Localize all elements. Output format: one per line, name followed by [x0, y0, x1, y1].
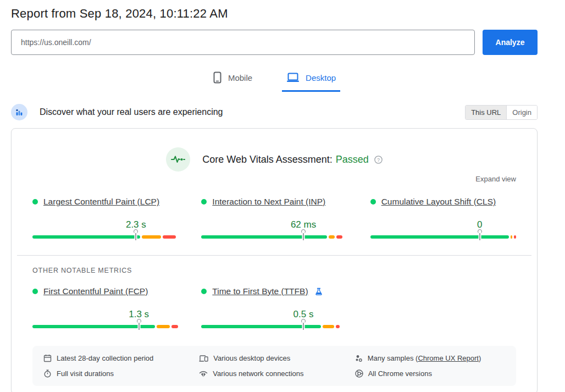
metric-value: 62 ms: [291, 219, 316, 230]
footer-item: Full visit durations: [43, 369, 193, 378]
metric-header: Interaction to Next Paint (INP): [201, 197, 347, 207]
metric-header: Cumulative Layout Shift (CLS): [370, 197, 516, 207]
metric-status-dot: [370, 199, 376, 205]
distribution-segment-poor: [336, 325, 340, 328]
footer-item-text: Full visit durations: [57, 369, 114, 378]
samples-icon: [355, 355, 363, 362]
field-data-card: Core Web Vitals Assessment: Passed ? Exp…: [11, 128, 538, 392]
pagespeed-report-page: Report from Sep 18, 2024, 10:11:22 AM An…: [0, 0, 565, 392]
distribution-segment-poor: [336, 235, 342, 239]
svg-text:?: ?: [377, 157, 380, 162]
p75-marker: [301, 229, 306, 241]
metric-link[interactable]: Interaction to Next Paint (INP): [212, 197, 325, 207]
p75-marker: [301, 319, 306, 331]
cwv-result-badge: Passed: [336, 154, 369, 165]
tab-desktop[interactable]: Desktop: [282, 69, 340, 92]
field-data-heading: Discover what your real users are experi…: [40, 107, 223, 117]
distribution-segment-needs_improvement: [329, 235, 335, 239]
page-title: Report from Sep 18, 2024, 10:11:22 AM: [11, 7, 538, 21]
metric-distribution: 62 ms: [201, 235, 347, 239]
field-data-icon: [11, 104, 27, 120]
footer-item: All Chrome versions: [355, 369, 505, 378]
p75-marker-stem: [479, 233, 480, 240]
stopwatch-icon: [43, 369, 52, 378]
footer-item-text: Latest 28-day collection period: [57, 354, 153, 362]
expand-view-link[interactable]: Expand view: [475, 175, 516, 183]
scope-this-url-button[interactable]: This URL: [466, 106, 506, 119]
p75-marker: [134, 229, 138, 241]
footer-item: Many samples (Chrome UX Report): [355, 354, 505, 362]
mobile-icon: [213, 71, 222, 84]
metric-status-dot: [201, 199, 207, 205]
distribution-segment-good: [32, 235, 140, 239]
desktop-icon: [286, 72, 300, 83]
device-tabs: Mobile Desktop: [11, 69, 538, 92]
distribution-segment-needs_improvement: [511, 235, 512, 239]
metric-value: 0.5 s: [293, 309, 314, 320]
metric-value: 2.3 s: [126, 219, 146, 230]
footer-item: Latest 28-day collection period: [43, 354, 193, 362]
pulse-icon: [166, 147, 190, 172]
p75-marker: [478, 229, 482, 241]
flask-icon[interactable]: [315, 288, 323, 296]
metric-value: 1.3 s: [129, 309, 149, 320]
chrome-ux-report-link[interactable]: Chrome UX Report: [418, 354, 479, 362]
metric-distribution: 0.5 s: [201, 325, 347, 328]
metric-link[interactable]: Largest Contentful Paint (LCP): [43, 197, 159, 207]
calendar-icon: [43, 354, 52, 362]
distribution-segment-poor: [163, 235, 176, 239]
chrome-icon: [355, 369, 363, 378]
metric-block: First Contentful Paint (FCP)1.3 s: [32, 286, 178, 328]
metric-status-dot: [32, 199, 38, 205]
metric-distribution: 0: [370, 235, 516, 239]
metric-status-dot: [201, 289, 207, 294]
distribution-segment-good: [201, 235, 326, 239]
tab-mobile-label: Mobile: [228, 73, 252, 82]
tab-desktop-label: Desktop: [306, 73, 336, 82]
other-metrics-heading: OTHER NOTABLE METRICS: [32, 267, 516, 274]
help-icon[interactable]: ?: [374, 156, 383, 164]
metric-distribution: 2.3 s: [32, 235, 178, 239]
distribution-segment-poor: [171, 325, 178, 328]
footer-item-text: Various desktop devices: [213, 354, 290, 362]
tab-mobile[interactable]: Mobile: [208, 69, 257, 92]
network-icon: [199, 370, 208, 378]
url-input[interactable]: [11, 30, 475, 55]
footer-item-text: All Chrome versions: [368, 369, 432, 378]
metric-link[interactable]: Cumulative Layout Shift (CLS): [381, 197, 496, 207]
distribution-bar: [32, 325, 178, 328]
scope-origin-button[interactable]: Origin: [506, 106, 537, 119]
distribution-segment-needs_improvement: [142, 235, 160, 239]
collection-info-footer: Latest 28-day collection periodFull visi…: [32, 346, 516, 386]
distribution-bar: [201, 235, 347, 239]
distribution-bar: [370, 235, 516, 239]
cwv-assessment-header: Core Web Vitals Assessment: Passed ?: [32, 147, 516, 172]
metric-link[interactable]: Time to First Byte (TTFB): [212, 286, 308, 296]
section-divider: [17, 255, 531, 256]
metric-block: Cumulative Layout Shift (CLS)0: [370, 197, 516, 239]
p75-marker-stem: [303, 323, 304, 330]
expand-view-row: Expand view: [32, 174, 516, 184]
p75-marker-stem: [139, 323, 140, 330]
distribution-segment-needs_improvement: [157, 325, 170, 328]
p75-marker-stem: [135, 233, 136, 240]
metric-link[interactable]: First Contentful Paint (FCP): [43, 286, 148, 296]
distribution-bar: [201, 325, 347, 328]
distribution-segment-good: [370, 235, 509, 239]
other-metrics-grid: First Contentful Paint (FCP)1.3 sTime to…: [32, 286, 516, 328]
metric-header: First Contentful Paint (FCP): [32, 286, 178, 296]
metric-block: Largest Contentful Paint (LCP)2.3 s: [32, 197, 178, 239]
footer-item: Various desktop devices: [199, 354, 349, 362]
metric-header: Time to First Byte (TTFB): [201, 286, 347, 296]
cwv-assessment-title: Core Web Vitals Assessment: Passed ?: [202, 154, 382, 165]
cwv-title-text: Core Web Vitals Assessment:: [202, 154, 332, 165]
distribution-segment-needs_improvement: [323, 325, 334, 328]
footer-item: Various network connections: [199, 369, 349, 378]
footer-item-text: Many samples (Chrome UX Report): [368, 354, 481, 362]
metric-value: 0: [477, 219, 482, 230]
metric-block: Time to First Byte (TTFB)0.5 s: [201, 286, 347, 328]
distribution-segment-poor: [514, 235, 516, 239]
metric-distribution: 1.3 s: [32, 325, 178, 328]
analyze-button[interactable]: Analyze: [483, 30, 538, 55]
devices-icon: [199, 355, 208, 362]
